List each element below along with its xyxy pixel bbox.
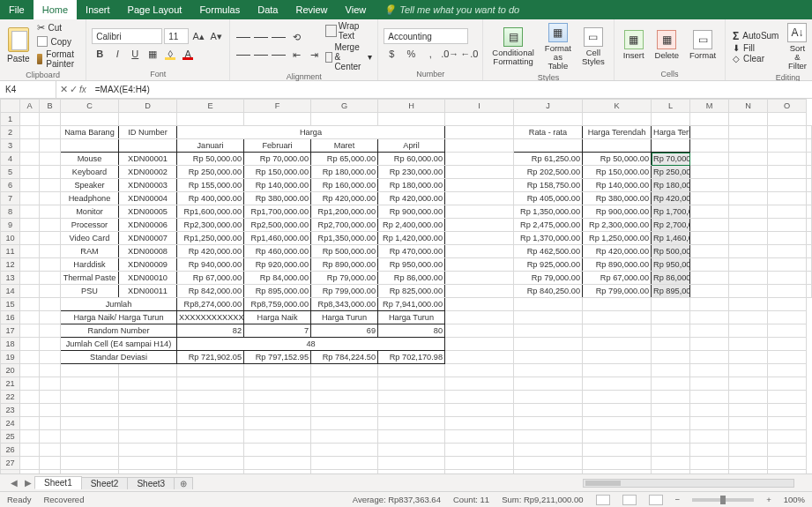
cell[interactable] (768, 457, 807, 470)
cell[interactable] (20, 139, 40, 153)
col-header[interactable]: M (690, 100, 729, 113)
align-center-icon[interactable] (253, 48, 269, 63)
increase-font-icon[interactable]: A▴ (190, 28, 206, 44)
cell[interactable] (445, 298, 514, 311)
zoom-level[interactable]: 100% (784, 495, 805, 504)
cell-styles-button[interactable]: ▭Cell Styles (578, 26, 608, 68)
cell[interactable] (583, 391, 652, 404)
cell[interactable]: Rp 1,700,000.00 (652, 205, 690, 219)
cell[interactable]: XDN00007 (119, 232, 177, 245)
cell[interactable] (807, 205, 812, 219)
paste-button[interactable]: Paste (5, 26, 32, 65)
cell[interactable] (311, 391, 378, 404)
cell[interactable] (729, 166, 768, 179)
cell[interactable] (20, 179, 40, 192)
cell[interactable]: Rp 67,000.00 (583, 272, 652, 285)
cell[interactable]: Rp1,200,000.00 (311, 205, 378, 219)
cell[interactable] (40, 391, 61, 404)
conditional-formatting-button[interactable]: ▤Conditional Formatting (488, 26, 538, 68)
cell[interactable] (244, 457, 311, 470)
cell[interactable] (583, 338, 652, 351)
cell[interactable] (445, 351, 514, 364)
increase-decimal-icon[interactable]: .0→ (442, 46, 458, 62)
cell[interactable] (583, 324, 652, 338)
cell[interactable] (40, 113, 61, 126)
cell[interactable]: Rp 420,000.00 (311, 192, 378, 205)
cell[interactable] (40, 232, 61, 245)
cell[interactable]: Rp 50,000.00 (177, 153, 244, 166)
cell[interactable]: Rp 150,000.00 (244, 166, 311, 179)
cell[interactable]: XDN00003 (119, 179, 177, 192)
cell[interactable] (445, 311, 514, 324)
cell[interactable] (119, 457, 177, 470)
cell[interactable] (40, 139, 61, 153)
cell[interactable]: Rp 895,000.00 (244, 285, 311, 298)
cell[interactable] (20, 298, 40, 311)
cell[interactable] (20, 113, 40, 126)
cell[interactable] (652, 430, 690, 444)
cell[interactable] (61, 139, 119, 153)
cell[interactable] (40, 311, 61, 324)
cell[interactable] (20, 324, 40, 338)
cell[interactable] (807, 285, 812, 298)
delete-cells-button[interactable]: ▦Delete (652, 28, 682, 62)
increase-indent-icon[interactable]: ⇥ (306, 48, 322, 63)
cell[interactable] (729, 364, 768, 377)
row-header[interactable]: 1 (1, 113, 20, 126)
cell[interactable] (445, 430, 514, 444)
scrollbar-thumb[interactable] (585, 481, 621, 486)
cell[interactable] (652, 457, 690, 470)
cell[interactable] (583, 113, 652, 126)
cell[interactable] (177, 404, 244, 417)
col-header[interactable]: K (583, 100, 652, 113)
cell[interactable] (378, 364, 445, 377)
cell[interactable] (378, 457, 445, 470)
row-header[interactable]: 24 (1, 417, 20, 430)
cell[interactable] (514, 113, 583, 126)
decrease-font-icon[interactable]: A▾ (208, 28, 224, 44)
format-painter-button[interactable]: Format Painter (35, 48, 81, 70)
cell[interactable] (514, 444, 583, 457)
cell[interactable] (119, 391, 177, 404)
cell[interactable] (690, 444, 729, 457)
cell[interactable]: Keyboard (61, 166, 119, 179)
cell[interactable] (583, 444, 652, 457)
cell[interactable]: Maret (311, 139, 378, 153)
cell[interactable] (445, 364, 514, 377)
align-right-icon[interactable] (271, 48, 287, 63)
cell[interactable]: Rp 950,000.00 (378, 258, 445, 272)
cell[interactable] (768, 430, 807, 444)
cell[interactable]: Rp1,350,000.00 (311, 232, 378, 245)
cell[interactable]: Rp 2,475,000.00 (514, 219, 583, 232)
decrease-indent-icon[interactable]: ⇤ (288, 48, 304, 63)
cell[interactable]: Jumlah Cell (E4 sampai H14) (61, 338, 177, 351)
cell[interactable] (690, 285, 729, 298)
tab-view[interactable]: View (337, 0, 376, 19)
cell[interactable]: XXXXXXXXXXXXX (177, 311, 244, 324)
cell[interactable] (768, 404, 807, 417)
cell[interactable]: Harga (177, 126, 445, 139)
cell[interactable]: Rp 230,000.00 (378, 166, 445, 179)
cell[interactable] (652, 298, 690, 311)
cell[interactable]: Rp1,700,000.00 (244, 205, 311, 219)
tab-file[interactable]: File (0, 0, 34, 19)
cell[interactable]: Rp 460,000.00 (244, 245, 311, 258)
cell[interactable] (514, 391, 583, 404)
cell[interactable]: Rp 925,000.00 (514, 258, 583, 272)
cell[interactable] (690, 113, 729, 126)
cell[interactable] (20, 258, 40, 272)
cell[interactable] (40, 338, 61, 351)
underline-button[interactable]: U (127, 46, 143, 62)
cell[interactable] (514, 404, 583, 417)
cell[interactable] (690, 324, 729, 338)
cell[interactable] (729, 219, 768, 232)
col-header[interactable]: H (378, 100, 445, 113)
cell[interactable] (768, 377, 807, 391)
decrease-decimal-icon[interactable]: ←.0 (461, 46, 477, 62)
cell[interactable] (583, 351, 652, 364)
cell[interactable]: Rp 420,000.00 (378, 192, 445, 205)
cell[interactable] (807, 153, 812, 166)
cell[interactable] (729, 298, 768, 311)
cell[interactable]: Rp1,250,000.00 (177, 232, 244, 245)
align-bottom-icon[interactable] (271, 30, 287, 46)
